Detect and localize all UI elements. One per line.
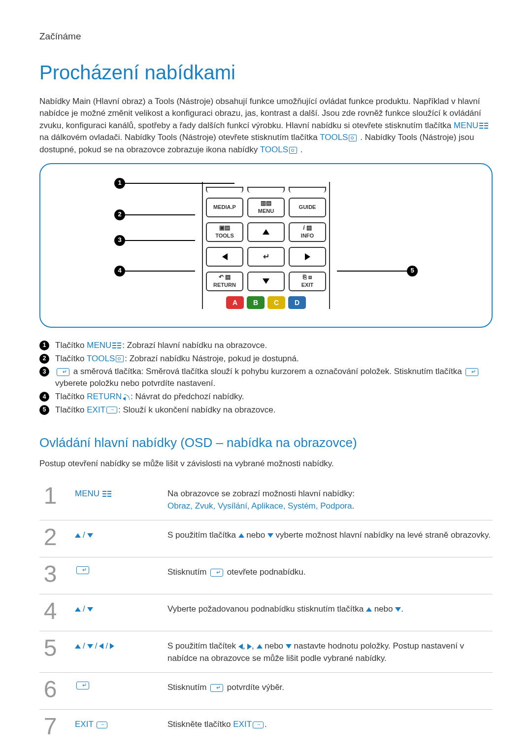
remote-mediap-button: MEDIA.P (206, 198, 243, 217)
menu-icon (102, 491, 111, 497)
step-description: S použitím tlačítka nebo vyberte možnost… (167, 525, 493, 542)
color-button-row: A B C D (206, 296, 326, 309)
remote-stub-button (206, 187, 243, 193)
steps-table: 1 MENU Na obrazovce se zobrazí možnosti … (39, 479, 493, 747)
callout-line (125, 271, 195, 272)
subheading: Ovládání hlavní nabídky (OSD – nabídka n… (39, 434, 493, 452)
remote-down-button (247, 272, 285, 291)
step-key (75, 562, 154, 574)
menu-icon (112, 343, 121, 348)
legend-item: 4 Tlačítko RETURN: Návrat do předchozí n… (39, 391, 493, 403)
triangle-down-icon (87, 533, 93, 538)
triangle-down-icon (87, 607, 93, 612)
step-row: 3 Stisknutím otevřete podnabídku. (39, 557, 493, 594)
legend-number-icon: 1 (39, 341, 49, 350)
triangle-up-icon (257, 644, 263, 649)
callout-2: 2 (114, 209, 125, 220)
legend-item: 5 Tlačítko EXIT: Slouží k ukončení nabíd… (39, 404, 493, 416)
triangle-up-icon (75, 607, 81, 612)
triangle-down-icon (267, 533, 273, 538)
legend-list: 1 Tlačítko MENU: Zobrazí hlavní nabídku … (39, 340, 493, 416)
step-number: 4 (39, 599, 61, 623)
enter-icon (57, 368, 69, 376)
triangle-right-icon (305, 253, 310, 260)
triangle-right-icon (110, 643, 114, 649)
callout-1: 1 (114, 178, 125, 189)
remote-diagram: 1 2 3 4 5 MEDIA.P ▥▤ MENU GUIDE ▣▤ (39, 163, 493, 328)
exit-icon (97, 722, 107, 728)
callout-line (125, 183, 234, 184)
step-row: 7 EXIT Stiskněte tlačítko EXIT. (39, 709, 493, 746)
callout-line (337, 271, 407, 272)
step-key: MENU (75, 484, 154, 500)
step-number: 2 (39, 525, 61, 549)
step-row: 6 Stisknutím potvrdíte výběr. (39, 672, 493, 709)
remote-right-button (289, 247, 326, 267)
callout-5: 5 (407, 266, 418, 276)
intro-paragraph: Nabídky Main (Hlavní obraz) a Tools (Nás… (39, 96, 493, 156)
step-key: EXIT (75, 715, 154, 731)
triangle-left-icon (99, 643, 103, 649)
legend-number-icon: 2 (39, 354, 49, 364)
color-c-button: C (267, 296, 285, 309)
remote-enter-button: ↵ (247, 247, 285, 267)
color-a-button: A (226, 296, 244, 309)
legend-number-icon: 5 (39, 405, 49, 415)
enter-icon (210, 684, 223, 692)
step-description: Stisknutím potvrdíte výběr. (167, 678, 493, 694)
exit-icon (253, 722, 264, 728)
intro-text-b: na dálkovém ovladači. Nabídky Tools (Nás… (39, 133, 320, 142)
legend-number-icon: 4 (39, 392, 49, 402)
legend-item: 1 Tlačítko MENU: Zobrazí hlavní nabídku … (39, 340, 493, 351)
step-description: Stisknutím otevřete podnabídku. (167, 562, 493, 579)
step-number: 7 (39, 715, 61, 738)
intro-text-d: . (300, 145, 303, 154)
step-key: / (75, 599, 154, 616)
color-d-button: D (288, 296, 306, 309)
triangle-up-icon (75, 644, 81, 649)
triangle-up-icon (366, 607, 372, 612)
step-key: / / / (75, 636, 154, 653)
menu-keyword: MENU (454, 121, 478, 130)
remote-exit-button: ⎘ ▨ EXIT (289, 272, 326, 291)
return-icon (123, 393, 130, 400)
step-number: 1 (39, 484, 61, 508)
step-description: S použitím tlačítek , , nebo nastavte ho… (167, 636, 493, 664)
remote-guide-button: GUIDE (289, 198, 326, 217)
step-number: 3 (39, 562, 61, 586)
callout-4: 4 (114, 266, 125, 276)
step-key: / (75, 525, 154, 542)
remote-stub-button (247, 187, 285, 193)
tools-keyword-2: TOOLS (260, 145, 288, 154)
exit-icon (106, 407, 117, 413)
tools-icon (289, 147, 297, 154)
remote-menu-button: ▥▤ MENU (247, 198, 285, 217)
legend-item: 2 Tlačítko TOOLS: Zobrazí nabídku Nástro… (39, 353, 493, 365)
legend-item: 3 a směrová tlačítka: Směrová tlačítka s… (39, 366, 493, 389)
tools-keyword: TOOLS (320, 133, 348, 142)
step-number: 5 (39, 636, 61, 660)
enter-icon (210, 569, 223, 577)
triangle-up-icon (263, 229, 269, 235)
remote-left-button (206, 247, 243, 267)
step-row: 4 / Vyberte požadovanou podnabídku stisk… (39, 594, 493, 631)
triangle-up-icon (75, 533, 81, 538)
enter-icon (76, 682, 89, 689)
remote-return-button: ↶ ▤ RETURN (206, 272, 243, 291)
color-b-button: B (247, 296, 265, 309)
remote-body: MEDIA.P ▥▤ MENU GUIDE ▣▤ TOOLS i ▤ INFO (202, 182, 330, 309)
enter-icon (76, 566, 89, 574)
triangle-right-icon (247, 644, 252, 650)
tools-icon (116, 355, 124, 362)
page-title: Procházení nabídkami (39, 58, 493, 87)
step-description: Na obrazovce se zobrazí možnosti hlavní … (167, 484, 493, 512)
triangle-down-icon (286, 644, 292, 649)
section-label: Začínáme (39, 30, 493, 43)
triangle-down-icon (263, 278, 269, 284)
triangle-down-icon (87, 644, 93, 649)
step-description: Vyberte požadovanou podnabídku stisknutí… (167, 599, 493, 616)
triangle-left-icon (222, 253, 228, 260)
menu-icon (479, 123, 488, 129)
step-key (75, 678, 154, 689)
callout-line (125, 214, 195, 215)
